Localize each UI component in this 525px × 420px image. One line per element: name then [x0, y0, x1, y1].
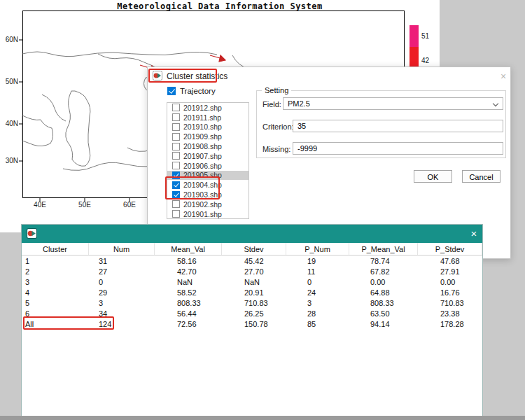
cell: 34: [89, 309, 155, 319]
field-dropdown[interactable]: PM2.5: [283, 97, 503, 110]
criterion-input[interactable]: [293, 120, 503, 132]
cell: 64.88: [349, 288, 418, 298]
checkbox-icon[interactable]: [172, 181, 180, 189]
ok-button[interactable]: OK: [414, 170, 452, 183]
cluster-result-window: Cluster Num Mean_Val Stdev P_Num P_Mean_…: [21, 224, 483, 418]
checkbox-icon[interactable]: [172, 143, 180, 150]
cell: 4: [22, 288, 89, 298]
lat-label: 60N: [3, 36, 18, 43]
file-label: 201912.shp: [183, 104, 222, 112]
table-row[interactable]: 5 3 808.33 710.83 3 808.33 710.83: [22, 298, 482, 309]
column-header[interactable]: P_Mean_Val: [349, 243, 418, 255]
trajectory-file-list[interactable]: 201912.shp 201911.shp 201910.shp 201909.…: [167, 102, 249, 219]
cell: 27.91: [418, 267, 482, 277]
cell: NaN: [222, 277, 286, 288]
file-label: 201908.shp: [183, 142, 222, 150]
cell: 94.14: [349, 319, 418, 330]
cell: 6: [22, 309, 89, 319]
list-item[interactable]: 201911.shp: [167, 113, 248, 122]
list-item[interactable]: 201902.shp: [167, 200, 248, 209]
checkbox-icon[interactable]: [172, 200, 180, 208]
column-header[interactable]: Num: [89, 243, 155, 255]
cell: 19: [286, 256, 349, 267]
checkbox-icon[interactable]: [172, 133, 180, 141]
cell: 710.83: [222, 298, 286, 309]
list-item[interactable]: 201912.shp: [167, 103, 248, 113]
checkbox-icon[interactable]: [172, 123, 180, 131]
cell: NaN: [155, 277, 222, 288]
file-label: 201903.shp: [183, 190, 222, 199]
table-body: 1 31 58.16 45.42 19 78.74 47.68 2 27 42.…: [22, 256, 482, 330]
cell: 85: [286, 319, 349, 330]
checkbox-icon[interactable]: [172, 210, 180, 218]
lon-label: 40E: [31, 201, 49, 209]
cell: 58.16: [155, 256, 222, 267]
table-row-all[interactable]: All 124 72.56 150.78 85 94.14 178.28: [22, 319, 482, 330]
cancel-button[interactable]: Cancel: [462, 170, 500, 183]
checkbox-icon[interactable]: [172, 172, 180, 179]
app-icon: [27, 228, 37, 241]
trajectory-checkbox-row[interactable]: Trajectory: [167, 87, 216, 95]
missing-label: Missing:: [262, 145, 290, 153]
map-window-title: Meteorological Data Information System: [0, 1, 440, 11]
table-row[interactable]: 4 29 58.52 20.91 24 64.88 16.76: [22, 288, 482, 298]
table-row[interactable]: 1 31 58.16 45.42 19 78.74 47.68: [22, 256, 482, 267]
list-item[interactable]: 201901.shp: [167, 209, 248, 219]
cell: 45.42: [222, 256, 286, 267]
cell: 0.00: [418, 277, 482, 288]
cell: 63.50: [349, 309, 418, 319]
list-item[interactable]: 201904.shp: [167, 180, 248, 190]
table-window-titlebar[interactable]: [22, 225, 482, 243]
cell: 27.70: [222, 267, 286, 277]
cell: 124: [89, 319, 155, 330]
cell: 29: [89, 288, 155, 298]
lon-label: 50E: [76, 201, 94, 209]
file-label: 201909.shp: [183, 132, 222, 141]
dialog-titlebar[interactable]: Cluster statistics: [148, 67, 510, 84]
checkbox-icon[interactable]: [172, 162, 180, 169]
list-item[interactable]: 201907.shp: [167, 151, 248, 161]
lon-label: 60E: [120, 201, 139, 209]
checkbox-icon[interactable]: [172, 152, 180, 160]
list-item[interactable]: 201910.shp: [167, 122, 248, 132]
list-item[interactable]: 201906.shp: [167, 161, 248, 171]
cell: 23.38: [418, 309, 482, 319]
column-header[interactable]: P_Stdev: [418, 243, 482, 255]
cell: 58.52: [155, 288, 222, 298]
close-icon[interactable]: [498, 71, 509, 83]
list-item[interactable]: 201909.shp: [167, 132, 248, 141]
column-header[interactable]: Cluster: [22, 243, 89, 255]
cell: 26.25: [222, 309, 286, 319]
cell: 31: [89, 256, 155, 267]
trajectory-label: Trajectory: [180, 87, 216, 95]
checkbox-icon[interactable]: [172, 191, 180, 199]
cell: 24: [286, 288, 349, 298]
checkbox-icon[interactable]: [172, 104, 180, 111]
column-header[interactable]: Stdev: [222, 243, 286, 255]
list-item[interactable]: 201903.shp: [167, 190, 248, 200]
missing-input[interactable]: [293, 142, 503, 155]
cell: 78.74: [349, 256, 418, 267]
table-row[interactable]: 6 34 56.44 26.25 28 63.50 23.38: [22, 309, 482, 319]
table-row[interactable]: 3 0 NaN NaN 0 0.00 0.00: [22, 277, 482, 288]
cell: 1: [22, 256, 89, 267]
checkbox-icon[interactable]: [167, 87, 176, 95]
cell: All: [22, 319, 89, 330]
checkbox-icon[interactable]: [172, 113, 180, 121]
cell: 808.33: [155, 298, 222, 309]
cell: 0: [286, 277, 349, 288]
file-label: 201902.shp: [183, 200, 222, 209]
taskbar-edge: [0, 416, 525, 420]
list-item[interactable]: 201905.shp: [167, 171, 248, 181]
column-header[interactable]: Mean_Val: [155, 243, 222, 255]
cell: 11: [286, 267, 349, 277]
column-header[interactable]: P_Num: [286, 243, 349, 255]
file-label: 201911.shp: [183, 113, 221, 122]
close-icon[interactable]: [468, 228, 479, 239]
setting-legend: Setting: [262, 86, 291, 94]
cell: 3: [286, 298, 349, 309]
lat-label: 40N: [3, 120, 18, 127]
cell: 710.83: [418, 298, 482, 309]
list-item[interactable]: 201908.shp: [167, 141, 248, 151]
table-row[interactable]: 2 27 42.70 27.70 11 67.82 27.91: [22, 267, 482, 277]
